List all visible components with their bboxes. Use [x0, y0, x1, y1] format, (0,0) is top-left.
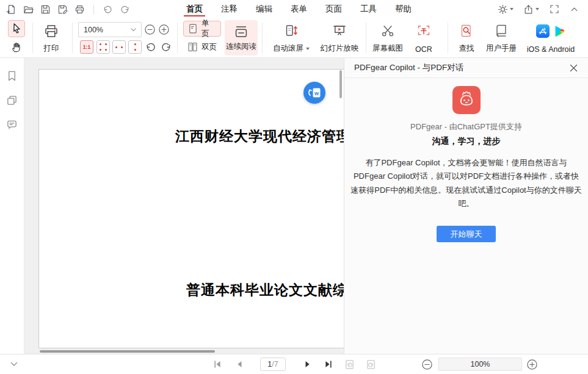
save-as-button[interactable]: [57, 4, 68, 15]
single-page-button[interactable]: 单页: [183, 21, 221, 37]
print-button[interactable]: 打印: [35, 21, 67, 55]
left-panel-tabs: [0, 58, 24, 354]
tab-annotate[interactable]: 注释: [212, 0, 247, 18]
share-button[interactable]: [523, 4, 539, 15]
divider: [93, 5, 94, 14]
bookmarks-button[interactable]: [6, 70, 18, 82]
slideshow-button[interactable]: 幻灯片放映: [316, 21, 363, 55]
continuous-reading-button[interactable]: 连续阅读: [225, 20, 258, 56]
page-thumbnails-button[interactable]: [6, 95, 18, 106]
slideshow-icon: [332, 21, 347, 40]
zoom-in-button[interactable]: [158, 24, 170, 35]
tab-edit[interactable]: 编辑: [247, 0, 281, 18]
document-viewport[interactable]: 江西财经大学现代经济管理 普通本科毕业论文文献综 w: [24, 58, 344, 354]
divider: [72, 23, 73, 53]
chevron-down-icon: [306, 48, 310, 50]
convert-to-word-button[interactable]: w: [303, 82, 325, 104]
prev-view-button[interactable]: [344, 359, 355, 370]
auto-scroll-icon: [283, 21, 299, 40]
page-number-input[interactable]: 1/7: [260, 358, 286, 371]
rotate-right-button[interactable]: [159, 41, 173, 54]
divider: [32, 23, 33, 53]
quick-print-button[interactable]: [74, 4, 85, 15]
horizontal-scrollbar[interactable]: [40, 350, 215, 353]
divider: [262, 23, 263, 53]
screenshot-button[interactable]: 屏幕截图: [368, 21, 407, 55]
printer-icon: [43, 21, 59, 40]
save-button[interactable]: [40, 4, 51, 15]
tab-page[interactable]: 页面: [316, 0, 351, 18]
new-file-button[interactable]: [6, 4, 16, 15]
fit-page-button[interactable]: [96, 40, 110, 54]
collapse-toolbar-button[interactable]: [569, 4, 579, 15]
fit-width-button[interactable]: [112, 40, 126, 54]
window-actions: [498, 0, 579, 18]
select-tool-button[interactable]: [8, 20, 25, 37]
zoom-out-button[interactable]: [421, 359, 433, 370]
hand-tool-button[interactable]: [8, 38, 25, 56]
toolbar: 打印 100% 1:1 单页 双页: [0, 18, 588, 58]
find-button[interactable]: 查找: [452, 21, 481, 55]
zoom-select[interactable]: 100%: [78, 22, 142, 37]
ribbon-tabs: 首页 注释 编辑 表单 页面 工具 帮助: [177, 0, 421, 18]
prev-page-button[interactable]: [234, 359, 244, 369]
start-chat-button[interactable]: 开始聊天: [437, 226, 496, 242]
fullscreen-button[interactable]: [549, 4, 559, 15]
hand-icon: [10, 40, 23, 54]
double-page-icon: [187, 41, 198, 52]
menubar: 首页 注释 编辑 表单 页面 工具 帮助: [0, 0, 588, 18]
zoom-level[interactable]: 100%: [438, 358, 522, 371]
chevron-down-icon: [535, 8, 539, 10]
document-subtitle-text: 普通本科毕业论文文献综: [186, 281, 344, 300]
vertical-scrollbar[interactable]: [339, 70, 342, 98]
tab-home[interactable]: 首页: [177, 0, 212, 18]
next-page-button[interactable]: [303, 359, 313, 369]
copilot-body: PDFgear - 由ChatGPT提供支持 沟通，学习，进步 有了PDFgea…: [344, 78, 588, 242]
chevron-down-icon: [131, 28, 136, 32]
continuous-reading-icon: [233, 24, 250, 40]
appstore-icon: [536, 24, 550, 38]
copilot-description: 有了PDFgear Copilot，文档将会更智能！使用自然语言与PDFgear…: [350, 156, 583, 210]
divider: [177, 23, 178, 53]
close-copilot-button[interactable]: [568, 63, 578, 73]
ocr-button[interactable]: OCR: [408, 21, 440, 55]
copilot-panel: PDFgear Copilot - 与PDF对话 PDFgear - 由Chat…: [344, 58, 588, 354]
mobile-apps-button[interactable]: iOS & Android: [521, 21, 581, 55]
open-file-button[interactable]: [23, 4, 34, 15]
tab-form[interactable]: 表单: [281, 0, 316, 18]
copilot-header: PDFgear Copilot - 与PDF对话: [344, 58, 588, 78]
statusbar: 1/7 100%: [0, 354, 588, 374]
fit-height-button[interactable]: [128, 40, 142, 54]
auto-scroll-button[interactable]: 自动滚屏: [265, 21, 318, 55]
zoom-out-button[interactable]: [144, 24, 156, 35]
double-page-button[interactable]: 双页: [183, 39, 221, 55]
book-icon: [493, 21, 509, 40]
redo-button[interactable]: [120, 4, 130, 15]
zoom-in-button[interactable]: [526, 359, 538, 370]
current-page: 1: [267, 360, 272, 369]
rotate-left-button[interactable]: [144, 41, 158, 54]
powered-by-text: PDFgear - 由ChatGPT提供支持: [344, 121, 588, 132]
cursor-icon: [10, 22, 23, 35]
first-page-button[interactable]: [212, 359, 222, 369]
undo-button[interactable]: [103, 4, 113, 15]
actual-size-button[interactable]: 1:1: [80, 40, 93, 54]
last-page-button[interactable]: [324, 359, 333, 369]
divider: [448, 23, 448, 53]
search-icon: [459, 21, 474, 40]
chevron-down-icon: [510, 8, 514, 10]
pdfgear-window: 首页 注释 编辑 表单 页面 工具 帮助: [0, 0, 588, 374]
svg-text:w: w: [314, 90, 319, 96]
googleplay-icon: [553, 24, 566, 38]
comments-button[interactable]: [6, 119, 18, 131]
tab-help[interactable]: 帮助: [386, 0, 421, 18]
next-view-button[interactable]: [366, 359, 376, 370]
scissors-icon: [380, 21, 396, 40]
share-icon: [523, 4, 534, 15]
theme-button[interactable]: [498, 4, 514, 15]
theme-icon: [498, 4, 508, 15]
collapse-panel-button[interactable]: [10, 361, 18, 368]
user-manual-button[interactable]: 用户手册: [481, 21, 522, 55]
tab-tools[interactable]: 工具: [351, 0, 386, 18]
divider: [366, 23, 366, 53]
